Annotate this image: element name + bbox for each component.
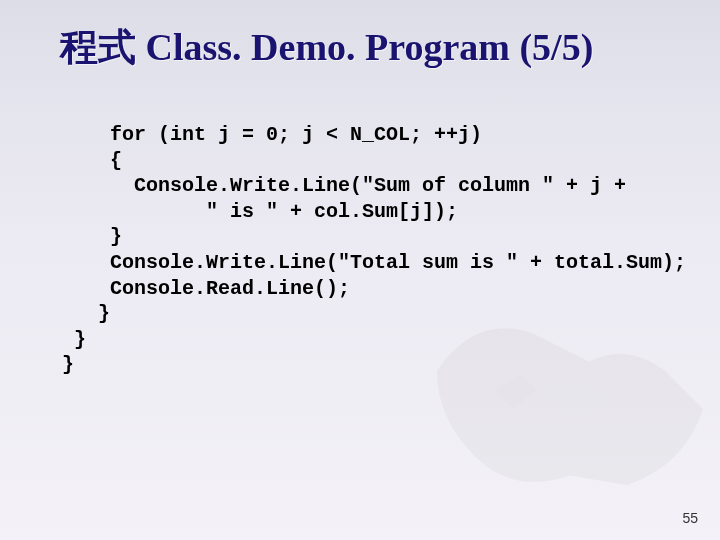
slide-title: 程式 Class. Demo. Program (5/5) bbox=[60, 22, 593, 73]
code-block: for (int j = 0; j < N_COL; ++j) { Consol… bbox=[62, 122, 686, 378]
page-number: 55 bbox=[682, 510, 698, 526]
slide: 程式 Class. Demo. Program (5/5) for (int j… bbox=[0, 0, 720, 540]
